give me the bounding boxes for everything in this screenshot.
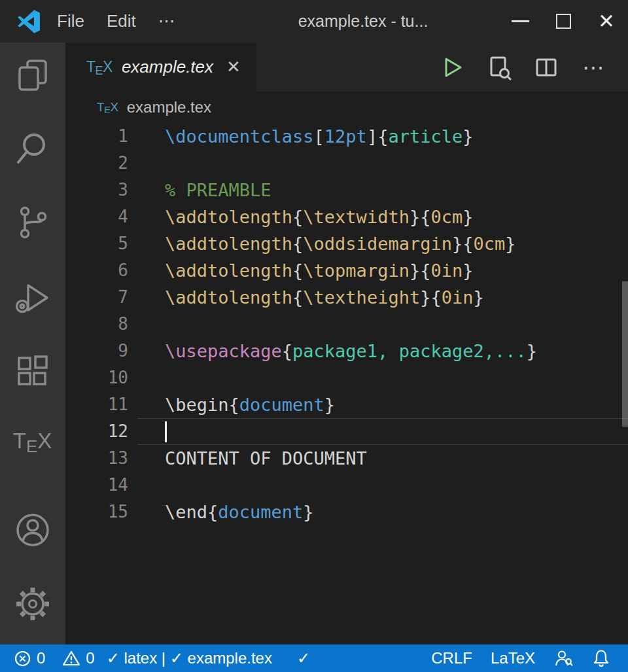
code-token: { bbox=[229, 395, 239, 415]
code-token: package1, package2,... bbox=[292, 341, 527, 361]
menu-file[interactable]: File bbox=[46, 0, 96, 43]
code-line[interactable]: 5\addtolength{\oddsidemargin}{0cm} bbox=[65, 230, 628, 257]
line-number[interactable]: 1 bbox=[65, 123, 137, 150]
line-number[interactable]: 12 bbox=[65, 418, 137, 445]
line-content[interactable] bbox=[137, 311, 628, 338]
line-content[interactable] bbox=[137, 364, 628, 391]
latex-structure-status[interactable]: ✓ bbox=[291, 645, 316, 672]
line-number[interactable]: 4 bbox=[65, 203, 137, 230]
scrollbar-thumb[interactable] bbox=[622, 281, 628, 427]
line-content[interactable]: \addtolength{\topmargin}{0in} bbox=[137, 257, 628, 284]
activity-bar: TEX bbox=[0, 43, 65, 645]
code-line[interactable]: 4\addtolength{\textwidth}{0cm} bbox=[65, 203, 628, 230]
line-number[interactable]: 11 bbox=[65, 391, 137, 418]
activity-item-settings[interactable] bbox=[0, 585, 65, 623]
close-button[interactable]: ✕ bbox=[585, 0, 628, 43]
code-area[interactable]: 1\documentclass[12pt]{article}23% PREAMB… bbox=[65, 123, 628, 645]
latex-build-status[interactable]: ✓ latex | ✓ example.tex bbox=[101, 645, 278, 672]
breadcrumb: TEX example.tex bbox=[65, 92, 628, 123]
view-pdf-button[interactable] bbox=[485, 54, 513, 81]
code-token: \addtolength bbox=[165, 287, 292, 308]
build-status-text: ✓ latex | ✓ example.tex bbox=[107, 649, 272, 667]
code-token: document bbox=[239, 395, 324, 415]
code-token: { bbox=[292, 234, 303, 254]
tab-example-tex[interactable]: TEX example.tex ✕ bbox=[65, 43, 256, 92]
activity-item-latex-workshop[interactable]: TEX bbox=[0, 429, 65, 453]
activity-item-accounts[interactable] bbox=[0, 512, 65, 548]
line-content[interactable]: \documentclass[12pt]{article} bbox=[137, 123, 628, 150]
code-line[interactable]: 2 bbox=[65, 150, 628, 177]
eol-selector[interactable]: CRLF bbox=[422, 645, 481, 672]
line-content[interactable]: \end{document} bbox=[137, 499, 628, 525]
code-line[interactable]: 13CONTENT OF DOCUMENT bbox=[65, 445, 628, 472]
code-line[interactable]: 7\addtolength{\textheight}{0in} bbox=[65, 284, 628, 311]
code-token: \addtolength bbox=[165, 260, 292, 281]
code-token: article bbox=[388, 126, 462, 147]
code-line[interactable]: 11\begin{document} bbox=[65, 391, 628, 418]
breadcrumb-item-file[interactable]: example.tex bbox=[127, 98, 211, 116]
account-status[interactable] bbox=[544, 645, 582, 672]
code-token: \topmargin bbox=[303, 260, 410, 281]
line-content[interactable] bbox=[137, 472, 628, 499]
language-mode-selector[interactable]: LaTeX bbox=[481, 645, 544, 672]
person-search-icon bbox=[553, 648, 573, 668]
extensions-icon bbox=[14, 353, 51, 389]
code-line[interactable]: 10 bbox=[65, 364, 628, 391]
split-editor-button[interactable] bbox=[532, 54, 560, 81]
code-token: } bbox=[505, 234, 515, 254]
line-content[interactable]: % PREAMBLE bbox=[137, 177, 628, 203]
code-line[interactable]: 15\end{document} bbox=[65, 499, 628, 525]
line-content[interactable]: \addtolength{\textheight}{0in} bbox=[137, 284, 628, 311]
code-line[interactable]: 12 bbox=[65, 418, 628, 445]
code-line[interactable]: 1\documentclass[12pt]{article} bbox=[65, 123, 628, 150]
line-number[interactable]: 8 bbox=[65, 311, 137, 338]
code-token: \oddsidemargin bbox=[303, 234, 452, 254]
line-number[interactable]: 5 bbox=[65, 230, 137, 257]
line-content[interactable]: \addtolength{\oddsidemargin}{0cm} bbox=[137, 230, 628, 257]
line-number[interactable]: 2 bbox=[65, 150, 137, 177]
menu-edit[interactable]: Edit bbox=[96, 0, 147, 43]
code-token: \addtolength bbox=[165, 234, 292, 254]
line-number[interactable]: 9 bbox=[65, 338, 137, 364]
line-number[interactable]: 15 bbox=[65, 499, 137, 525]
code-token: } bbox=[410, 207, 420, 227]
code-line[interactable]: 6\addtolength{\topmargin}{0in} bbox=[65, 257, 628, 284]
main-area: TEX bbox=[0, 43, 628, 645]
line-number[interactable]: 6 bbox=[65, 257, 137, 284]
problems-indicator[interactable]: 0 0 bbox=[8, 645, 101, 672]
activity-item-search[interactable] bbox=[0, 130, 65, 167]
code-line[interactable]: 14 bbox=[65, 472, 628, 499]
code-token: } bbox=[527, 341, 537, 361]
code-line[interactable]: 3% PREAMBLE bbox=[65, 177, 628, 203]
line-content[interactable]: CONTENT OF DOCUMENT bbox=[137, 445, 628, 472]
editor-group: TEX example.tex ✕ bbox=[65, 43, 628, 645]
activity-item-extensions[interactable] bbox=[0, 353, 65, 389]
line-number[interactable]: 3 bbox=[65, 177, 137, 203]
line-number[interactable]: 14 bbox=[65, 472, 137, 499]
line-number[interactable]: 10 bbox=[65, 364, 137, 391]
tab-close-icon[interactable]: ✕ bbox=[226, 57, 241, 77]
menu-more[interactable]: ⋯ bbox=[147, 0, 186, 43]
code-line[interactable]: 8 bbox=[65, 311, 628, 338]
notifications-button[interactable] bbox=[582, 645, 620, 672]
line-content[interactable]: \begin{document} bbox=[137, 391, 628, 418]
activity-item-explorer[interactable] bbox=[0, 57, 65, 94]
minimize-button[interactable] bbox=[498, 0, 542, 43]
error-count: 0 bbox=[37, 649, 45, 667]
build-run-button[interactable] bbox=[438, 54, 466, 81]
line-content[interactable]: \usepackage{package1, package2,...} bbox=[137, 338, 628, 364]
maximize-button[interactable] bbox=[542, 0, 585, 43]
line-content[interactable]: \addtolength{\textwidth}{0cm} bbox=[137, 203, 628, 230]
code-token: } bbox=[473, 287, 483, 308]
title-bar: File Edit ⋯ example.tex - tu... ✕ bbox=[0, 0, 628, 43]
editor-more-actions[interactable]: ⋯ bbox=[580, 54, 607, 81]
activity-item-run-debug[interactable] bbox=[0, 279, 65, 316]
code-line[interactable]: 9\usepackage{package1, package2,...} bbox=[65, 338, 628, 364]
line-content[interactable] bbox=[137, 418, 628, 445]
code-token: \end bbox=[165, 502, 207, 522]
code-token: % PREAMBLE bbox=[165, 180, 271, 200]
line-number[interactable]: 13 bbox=[65, 445, 137, 472]
line-content[interactable] bbox=[137, 150, 628, 177]
activity-item-source-control[interactable] bbox=[0, 204, 65, 241]
line-number[interactable]: 7 bbox=[65, 284, 137, 311]
